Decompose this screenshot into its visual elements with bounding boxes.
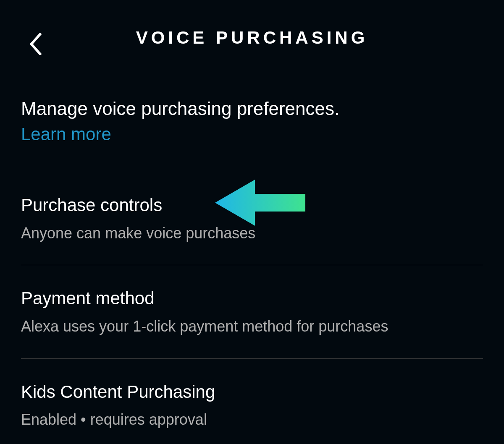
setting-subtitle: Alexa uses your 1-click payment method f… — [21, 317, 483, 337]
setting-payment-method[interactable]: Payment method Alexa uses your 1-click p… — [21, 265, 483, 358]
content: Manage voice purchasing preferences. Lea… — [0, 73, 504, 444]
back-button[interactable] — [25, 31, 46, 57]
page-title: VOICE PURCHASING — [136, 28, 368, 48]
header: VOICE PURCHASING — [0, 2, 504, 73]
setting-title: Kids Content Purchasing — [21, 381, 483, 404]
setting-kids-content[interactable]: Kids Content Purchasing Enabled • requir… — [21, 359, 483, 444]
chevron-left-icon — [29, 33, 42, 55]
setting-purchase-controls[interactable]: Purchase controls Anyone can make voice … — [21, 172, 483, 265]
setting-title: Payment method — [21, 287, 483, 310]
intro-heading: Manage voice purchasing preferences. — [21, 97, 483, 120]
setting-subtitle: Enabled • requires approval — [21, 410, 483, 430]
intro-section: Manage voice purchasing preferences. Lea… — [21, 73, 483, 172]
setting-title: Purchase controls — [21, 194, 483, 217]
setting-subtitle: Anyone can make voice purchases — [21, 224, 483, 243]
learn-more-link[interactable]: Learn more — [21, 122, 483, 147]
